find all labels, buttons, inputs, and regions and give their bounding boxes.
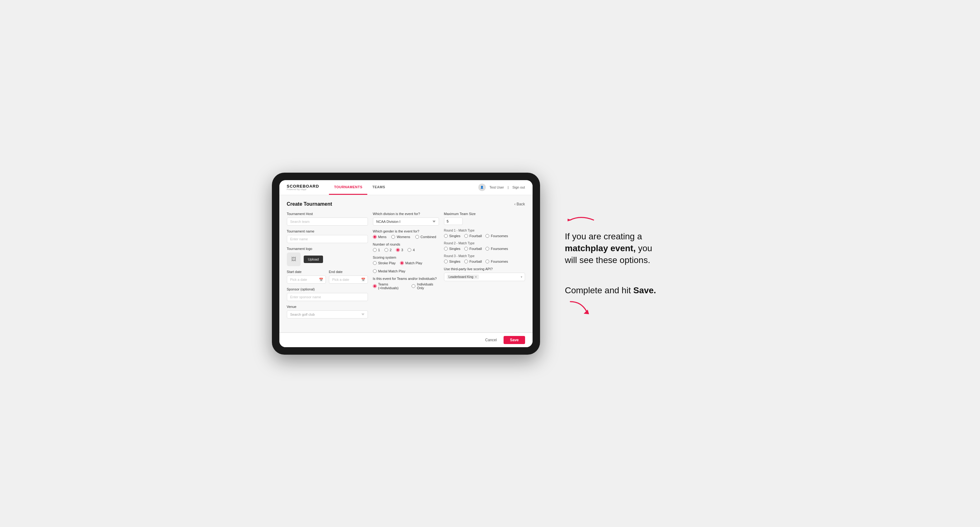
round3-match-type-section: Round 3 - Match Type Singles Fourball: [444, 254, 525, 264]
max-team-size-input[interactable]: [444, 217, 463, 225]
logo-sub: Powered by clippl: [287, 188, 319, 190]
round3-options: Singles Fourball Foursomes: [444, 260, 525, 264]
sign-out-link[interactable]: Sign out: [512, 186, 525, 189]
rounds-3-radio[interactable]: [396, 248, 400, 252]
round1-fourball-option[interactable]: Fourball: [464, 234, 482, 238]
round3-foursomes-option[interactable]: Foursomes: [485, 260, 508, 264]
tournament-host-input[interactable]: [287, 217, 368, 225]
round1-foursomes-radio[interactable]: [485, 234, 489, 238]
upload-button[interactable]: Upload: [304, 256, 323, 263]
tournament-host-label: Tournament Host: [287, 212, 368, 216]
round3-singles-option[interactable]: Singles: [444, 260, 461, 264]
tab-teams[interactable]: TEAMS: [367, 180, 390, 195]
date-row: Start date 📅 End date: [287, 270, 368, 284]
rounds-3-option[interactable]: 3: [396, 248, 403, 252]
round1-fourball-radio[interactable]: [464, 234, 468, 238]
callout-bottom: Complete and hit Save.: [565, 284, 708, 316]
round1-singles-radio[interactable]: [444, 234, 448, 238]
event-type-individuals-radio[interactable]: [412, 284, 415, 288]
event-type-teams-option[interactable]: Teams (+Individuals): [373, 283, 407, 290]
scoring-match-radio[interactable]: [400, 261, 404, 265]
cancel-button[interactable]: Cancel: [481, 336, 500, 344]
rounds-1-option[interactable]: 1: [373, 248, 380, 252]
round1-foursomes-label: Foursomes: [491, 234, 508, 238]
venue-group: Venue Search golf club: [287, 305, 368, 319]
round3-foursomes-radio[interactable]: [485, 260, 489, 264]
save-button[interactable]: Save: [504, 336, 525, 344]
callout-top-arrow: [565, 211, 596, 229]
scoring-match-option[interactable]: Match Play: [400, 261, 422, 265]
back-link[interactable]: ‹ Back: [514, 202, 525, 206]
callout-top-text: If you are creating a matchplay event, y…: [565, 231, 659, 266]
event-type-group: Is this event for Teams and/or Individua…: [373, 277, 439, 290]
round3-fourball-option[interactable]: Fourball: [464, 260, 482, 264]
round2-foursomes-option[interactable]: Foursomes: [485, 247, 508, 251]
third-party-label: Use third-party live scoring API?: [444, 267, 525, 271]
remove-icon[interactable]: ✕: [474, 275, 477, 279]
round1-singles-option[interactable]: Singles: [444, 234, 461, 238]
event-type-individuals-option[interactable]: Individuals Only: [412, 283, 439, 290]
rounds-4-radio[interactable]: [407, 248, 411, 252]
logo-text: SCOREBOARD: [287, 184, 319, 188]
gender-womens-radio[interactable]: [391, 235, 395, 239]
logo-area: SCOREBOARD Powered by clippl: [287, 184, 319, 190]
nav-tabs: TOURNAMENTS TEAMS: [329, 180, 390, 195]
gender-mens-radio[interactable]: [373, 235, 377, 239]
third-party-tag: Leaderboard King ✕: [447, 275, 479, 279]
round2-match-type-section: Round 2 - Match Type Singles Fourball: [444, 241, 525, 251]
round3-singles-radio[interactable]: [444, 260, 448, 264]
start-date-group: Start date 📅: [287, 270, 326, 284]
scoring-stroke-radio[interactable]: [373, 261, 377, 265]
sponsor-group: Sponsor (optional): [287, 287, 368, 301]
event-type-teams-radio[interactable]: [373, 284, 377, 288]
start-date-label: Start date: [287, 270, 326, 274]
page-header: Create Tournament ‹ Back: [287, 201, 525, 207]
rounds-2-option[interactable]: 2: [385, 248, 391, 252]
sponsor-input[interactable]: [287, 293, 368, 301]
callout-bottom-text: Complete and hit Save.: [565, 284, 659, 296]
round2-fourball-option[interactable]: Fourball: [464, 247, 482, 251]
gender-mens-option[interactable]: Mens: [373, 235, 387, 239]
event-type-radio-group: Teams (+Individuals) Individuals Only: [373, 283, 439, 290]
scoring-medal-label: Medal Match Play: [378, 269, 405, 273]
tournament-host-group: Tournament Host: [287, 212, 368, 225]
rounds-4-option[interactable]: 4: [407, 248, 415, 252]
header-right: 👤 Test User | Sign out: [478, 184, 525, 191]
venue-select[interactable]: Search golf club: [287, 310, 368, 319]
gender-combined-option[interactable]: Combined: [415, 235, 436, 239]
tournament-name-input[interactable]: [287, 235, 368, 243]
round2-foursomes-label: Foursomes: [491, 247, 508, 251]
scoring-stroke-option[interactable]: Stroke Play: [373, 261, 396, 265]
tab-tournaments[interactable]: TOURNAMENTS: [329, 180, 367, 195]
calendar-icon-end: 📅: [361, 277, 366, 281]
end-date-wrap: 📅: [329, 276, 368, 284]
division-group: Which division is the event for? NCAA Di…: [373, 212, 439, 225]
rounds-2-radio[interactable]: [385, 248, 388, 252]
tournament-logo-group: Tournament logo 🖼 Upload: [287, 247, 368, 266]
round3-fourball-radio[interactable]: [464, 260, 468, 264]
third-party-input[interactable]: Leaderboard King ✕ ▾: [444, 273, 525, 281]
gender-combined-radio[interactable]: [415, 235, 419, 239]
max-team-size-group: Maximum Team Size: [444, 212, 525, 225]
separator: |: [508, 186, 509, 189]
round2-fourball-radio[interactable]: [464, 247, 468, 251]
scoring-medal-option[interactable]: Medal Match Play: [373, 269, 405, 273]
event-type-individuals-label: Individuals Only: [417, 283, 439, 290]
scoring-medal-radio[interactable]: [373, 269, 377, 273]
round2-foursomes-radio[interactable]: [485, 247, 489, 251]
round2-singles-label: Singles: [449, 247, 461, 251]
rounds-1-label: 1: [378, 248, 380, 252]
round2-match-type-label: Round 2 - Match Type: [444, 241, 525, 245]
tournament-name-group: Tournament name: [287, 229, 368, 243]
page-content: Create Tournament ‹ Back Tournament Host…: [279, 195, 533, 332]
gender-womens-option[interactable]: Womens: [391, 235, 410, 239]
round1-options: Singles Fourball Foursomes: [444, 234, 525, 238]
round2-singles-option[interactable]: Singles: [444, 247, 461, 251]
round1-foursomes-option[interactable]: Foursomes: [485, 234, 508, 238]
division-label: Which division is the event for?: [373, 212, 439, 216]
callout-area: If you are creating a matchplay event, y…: [559, 211, 708, 316]
rounds-1-radio[interactable]: [373, 248, 377, 252]
round2-singles-radio[interactable]: [444, 247, 448, 251]
start-date-wrap: 📅: [287, 276, 326, 284]
division-select[interactable]: NCAA Division I NCAA Division II NCAA Di…: [373, 217, 439, 225]
